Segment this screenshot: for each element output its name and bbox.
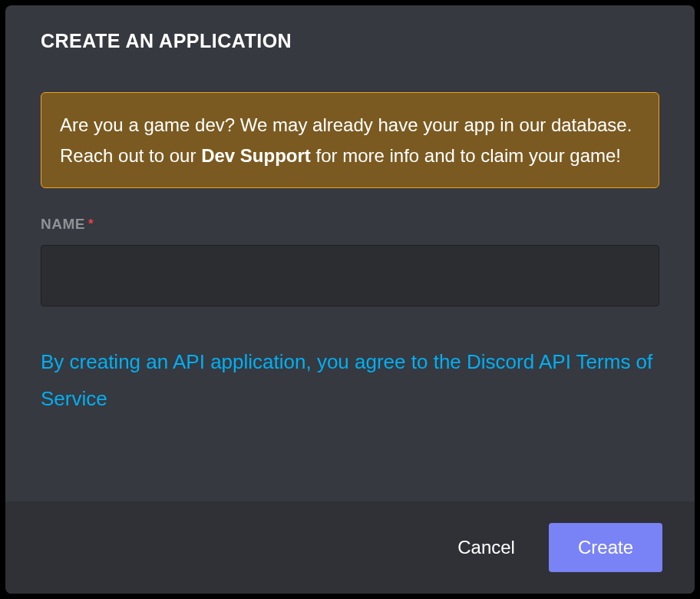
name-field-label: Name xyxy=(41,216,85,233)
create-button[interactable]: Create xyxy=(549,523,662,572)
modal-content: Create an Application Are you a game dev… xyxy=(5,5,695,501)
terms-of-service-link[interactable]: By creating an API application, you agre… xyxy=(41,343,659,417)
name-field-label-row: Name * xyxy=(41,216,659,233)
create-application-modal: Create an Application Are you a game dev… xyxy=(5,5,695,594)
name-input[interactable] xyxy=(41,245,659,306)
dev-support-link[interactable]: Dev Support xyxy=(201,145,311,166)
cancel-button[interactable]: Cancel xyxy=(442,526,530,569)
modal-title: Create an Application xyxy=(41,30,659,52)
notice-text: Are you a game dev? We may already have … xyxy=(60,110,640,170)
game-dev-notice: Are you a game dev? We may already have … xyxy=(41,92,659,188)
modal-footer: Cancel Create xyxy=(5,501,695,594)
required-asterisk: * xyxy=(88,217,94,232)
notice-text-after: for more info and to claim your game! xyxy=(311,145,621,166)
